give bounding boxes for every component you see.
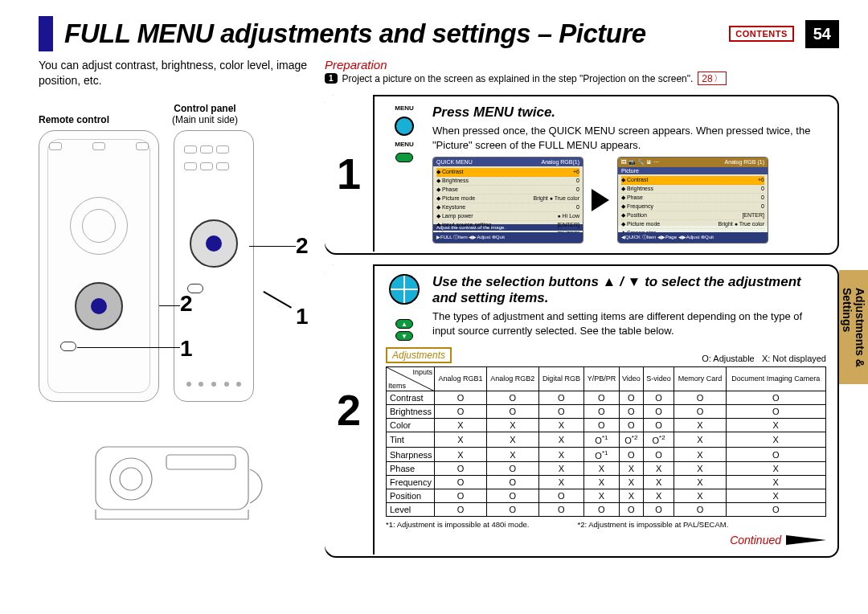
- remote-menu-button-icon: [60, 342, 76, 351]
- callout-remote-2: 2: [180, 291, 193, 317]
- preparation-badge: 1: [325, 73, 338, 84]
- table-row-label: Color: [387, 419, 435, 432]
- table-cell: X: [538, 462, 583, 476]
- table-cell: O: [435, 476, 487, 489]
- table-cell: X: [643, 489, 674, 503]
- continued-arrow-icon: [786, 535, 826, 545]
- table-cell: O: [435, 391, 487, 405]
- table-legend: O: Adjustable X: Not displayed: [702, 354, 826, 363]
- table-cell: O: [726, 405, 825, 419]
- table-cell: O: [643, 503, 674, 517]
- table-row-label: Sharpness: [387, 447, 435, 462]
- table-cell: O: [643, 419, 674, 432]
- table-cell: X: [726, 476, 825, 489]
- table-col-header: Digital RGB: [538, 367, 583, 391]
- control-labels: Remote control Control panel (Main unit …: [39, 103, 313, 125]
- table-cell: O: [674, 391, 726, 405]
- table-col-header: Analog RGB1: [435, 367, 487, 391]
- table-cell: O: [538, 391, 583, 405]
- table-cell: O*2: [619, 432, 643, 448]
- control-diagrams: 2 1 2 1: [39, 130, 313, 402]
- dpad-icon: [389, 274, 420, 305]
- table-cell: O: [538, 405, 583, 419]
- table-cell: O: [619, 405, 643, 419]
- table-cell: O: [486, 489, 538, 503]
- manual-page-picture: FULL MENU adjustments and settings – Pic…: [0, 0, 868, 614]
- table-cell: O: [435, 489, 487, 503]
- table-cell: X: [486, 432, 538, 448]
- step-2-box: 2 ▲ ▼ Use the selection buttons ▲ /: [325, 264, 839, 558]
- osd-quick-menu: QUICK MENUAnalog RGB(1) ◆ Contrast+6◆ Br…: [432, 157, 583, 244]
- table-cell: O: [486, 476, 538, 489]
- table-row: PhaseOOXXXXXX: [387, 462, 826, 476]
- table-cell: O*1: [584, 432, 620, 448]
- step-1-box: 1 MENU MENU Press MENU twice. When press…: [325, 95, 839, 255]
- table-cell: O: [486, 391, 538, 405]
- page-reference-link[interactable]: 28: [698, 72, 726, 85]
- table-cell: O: [538, 503, 583, 517]
- table-col-header: Document Imaging Camera: [726, 367, 825, 391]
- table-cell: O: [584, 405, 620, 419]
- control-panel-label: Control panel: [172, 103, 238, 114]
- title-bar: FULL MENU adjustments and settings – Pic…: [39, 16, 839, 51]
- preparation-heading: Preparation: [325, 58, 839, 72]
- preparation-text: Project a picture on the screen as expla…: [342, 73, 694, 84]
- menu-label-top: MENU: [395, 104, 414, 112]
- table-cell: O: [726, 391, 825, 405]
- table-cell: O: [538, 489, 583, 503]
- svg-point-1: [110, 458, 152, 500]
- step-2-body: The types of adjustment and setting item…: [432, 309, 826, 338]
- table-cell: O: [584, 419, 620, 432]
- title-accent-bar: [39, 16, 53, 51]
- step-1-body: When pressed once, the QUICK MENU screen…: [432, 124, 826, 152]
- arrow-right-icon: [592, 189, 609, 211]
- table-cell: O: [486, 462, 538, 476]
- table-cell: X: [674, 476, 726, 489]
- table-cell: O: [726, 447, 825, 462]
- table-cell: O: [584, 503, 620, 517]
- table-cell: O: [726, 503, 825, 517]
- table-col-header: Video: [619, 367, 643, 391]
- table-cell: X: [619, 489, 643, 503]
- right-column: Preparation 1 Project a picture on the s…: [325, 58, 839, 558]
- table-cell: O: [486, 503, 538, 517]
- table-cell: O: [619, 503, 643, 517]
- table-cell: X: [619, 462, 643, 476]
- table-row: PositionOOOXXXXX: [387, 489, 826, 503]
- table-row: SharpnessXXXO*1OOXO: [387, 447, 826, 462]
- table-col-header: S-video: [643, 367, 674, 391]
- osd-full-menu-picture: 🖼 📷 🔧 🖥 ⋯Analog RGB (1) Picture ◆ Contra…: [617, 157, 768, 244]
- table-cell: X: [538, 419, 583, 432]
- table-cell: O: [619, 419, 643, 432]
- table-cell: X: [674, 489, 726, 503]
- remote-control-diagram: [39, 130, 159, 402]
- table-cell: O: [486, 405, 538, 419]
- arrow-down-button-icon: ▼: [395, 331, 413, 341]
- table-cell: X: [584, 476, 620, 489]
- contents-link[interactable]: CONTENTS: [729, 26, 794, 42]
- table-row-label: Brightness: [387, 405, 435, 419]
- panel-dpad-icon: [190, 219, 238, 268]
- main-unit-side-label: (Main unit side): [172, 114, 238, 125]
- table-row: LevelOOOOOOOO: [387, 503, 826, 517]
- table-cell: O: [435, 462, 487, 476]
- menu-button-pill-icon: [395, 153, 413, 162]
- table-cell: X: [643, 462, 674, 476]
- table-cell: X: [435, 432, 487, 448]
- table-cell: X: [726, 419, 825, 432]
- table-cell: X: [584, 489, 620, 503]
- svg-rect-0: [96, 447, 248, 510]
- table-cell: X: [726, 489, 825, 503]
- table-cell: O: [643, 391, 674, 405]
- table-cell: O*1: [584, 447, 620, 462]
- main-columns: You can adjust contrast, brightness, col…: [39, 58, 839, 558]
- table-cell: X: [435, 447, 487, 462]
- step-1-title: Press MENU twice.: [432, 104, 826, 121]
- remote-control-label: Remote control: [39, 114, 161, 125]
- step-2-title: Use the selection buttons ▲ / ▼ to selec…: [432, 274, 826, 306]
- table-cell: O: [674, 503, 726, 517]
- table-cell: X: [486, 419, 538, 432]
- section-tab: Adjustments & Settings: [839, 270, 868, 384]
- callout-panel-1: 1: [296, 304, 309, 330]
- page-title: FULL MENU adjustments and settings – Pic…: [64, 18, 718, 49]
